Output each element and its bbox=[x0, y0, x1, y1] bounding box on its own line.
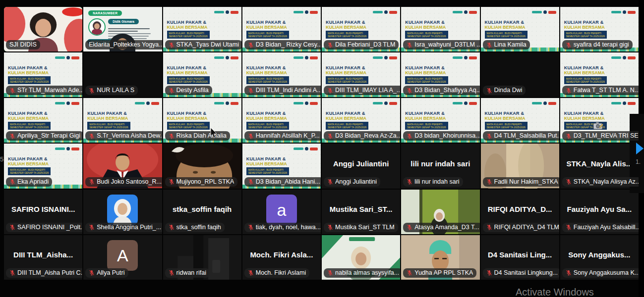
participant-tile[interactable]: NUR LAILA S bbox=[83, 52, 162, 97]
muted-mic-icon bbox=[566, 42, 572, 48]
participant-tile[interactable]: KULIAH PAKAR &KULIAH BERSAMAMATA KULIAH … bbox=[242, 144, 321, 188]
slide-title-line1: KULIAH PAKAR & bbox=[246, 156, 286, 161]
participant-tile[interactable]: KULIAH PAKAR &KULIAH BERSAMAMATA KULIAH … bbox=[4, 98, 82, 143]
participant-tile[interactable]: KULIAH PAKAR &KULIAH BERSAMAMATA KULIAH … bbox=[401, 7, 479, 51]
participant-tile[interactable]: KULIAH PAKAR &KULIAH BERSAMAMATA KULIAH … bbox=[242, 7, 321, 51]
participant-tile[interactable]: Sony Anggakus...Sony Anggakusuma K... bbox=[560, 235, 639, 280]
name-label: STKA_Tyas Dwi Utami bbox=[165, 40, 241, 50]
name-label: Fadli Nur Hakim_STKA bbox=[483, 177, 559, 187]
participant-tile[interactable]: Moch. Fikri Asla...Moch. Fikri Aslami bbox=[242, 235, 321, 280]
participant-tile[interactable]: KULIAH PAKAR &KULIAH BERSAMAMATA KULIAH … bbox=[163, 7, 241, 51]
participant-tile[interactable]: KULIAH PAKAR &KULIAH BERSAMAMATA KULIAH … bbox=[560, 52, 639, 97]
participant-tile[interactable]: KULIAH PAKAR &KULIAH BERSAMAMATA KULIAH … bbox=[242, 98, 321, 143]
slide-title-line1: KULIAH PAKAR & bbox=[167, 20, 207, 25]
name-label: syafira d4 terapi gigi bbox=[562, 40, 633, 50]
slide-title-line2: KULIAH BERSAMA bbox=[8, 161, 49, 166]
slide-semester-line: SEMESTER GENAP TA 2025/2026 bbox=[248, 126, 287, 129]
participant-name: DIII TLM_Aisha Putri C... bbox=[17, 269, 82, 277]
name-label: Anggi Juliantini bbox=[324, 177, 380, 187]
participant-name: D3 bidan_Khoirunnisa... bbox=[414, 132, 479, 140]
slide-title-line1: KULIAH PAKAR & bbox=[326, 65, 365, 70]
participant-tile[interactable]: DIII TLM_Aisha...DIII TLM_Aisha Putri C.… bbox=[4, 235, 82, 280]
slide-semester-line: SEMESTER GENAP TA 2025/2026 bbox=[248, 35, 287, 38]
participant-tile[interactable]: ridwan rifai bbox=[163, 235, 241, 280]
slide-semester-line: SEMESTER GENAP TA 2025/2026 bbox=[487, 126, 526, 129]
slide-logo-circle bbox=[623, 10, 626, 14]
participant-tile[interactable]: Shella Anggina Putri_... bbox=[83, 190, 162, 234]
participant-tile[interactable]: KULIAH PAKAR &KULIAH BERSAMAMATA KULIAH … bbox=[560, 7, 639, 51]
participant-tile[interactable]: KULIAH PAKAR &KULIAH BERSAMAMATA KULIAH … bbox=[322, 52, 400, 97]
slide-logo-teal bbox=[453, 102, 463, 104]
participant-tile[interactable]: SJI DIDIS bbox=[4, 7, 82, 51]
slide-title-line2: KULIAH BERSAMA bbox=[405, 70, 446, 75]
muted-mic-icon bbox=[9, 88, 15, 94]
next-page-arrow[interactable] bbox=[636, 143, 644, 154]
participant-tile[interactable]: SAFIRO ISNAINI...SAFIRO ISNAINI _Polt... bbox=[4, 190, 82, 234]
participant-tile[interactable]: KULIAH PAKAR &KULIAH BERSAMAMATA KULIAH … bbox=[401, 98, 479, 143]
participant-tile[interactable]: STKA_Nayla Alis...STKA_Nayla Alisya Az..… bbox=[560, 144, 639, 188]
muted-mic-icon bbox=[169, 42, 175, 48]
participant-tile[interactable]: KULIAH PAKAR &KULIAH BERSAMAMATA KULIAH … bbox=[560, 98, 639, 143]
participant-tile[interactable]: KULIAH PAKAR &KULIAH BERSAMAMATA KULIAH … bbox=[4, 144, 82, 188]
slide-title-line1: KULIAH PAKAR & bbox=[87, 111, 127, 116]
slide-info-box: MATA KULIAH : BUDI PEKERTISEMESTER GENAP… bbox=[246, 31, 289, 39]
slide-logo-red bbox=[389, 56, 397, 59]
participant-tile[interactable]: lili nur indah sarilili nur indah sari bbox=[401, 144, 479, 188]
participant-tile[interactable]: stka_soffin faqihstka_soffin faqih bbox=[163, 190, 241, 234]
participant-tile[interactable]: KULIAH PAKAR &KULIAH BERSAMAMATA KULIAH … bbox=[401, 52, 479, 97]
slide-semester-line: SEMESTER GENAP TA 2025/2026 bbox=[487, 35, 526, 38]
slide-logo-teal bbox=[532, 11, 542, 13]
slide-logos bbox=[373, 56, 397, 59]
participant-tile[interactable]: Atasya Amanda_D3 T... bbox=[401, 190, 479, 234]
slide-title-line2: KULIAH BERSAMA bbox=[87, 116, 128, 121]
slide-semester-line: SEMESTER GENAP TA 2025/2026 bbox=[10, 80, 49, 83]
letter-avatar: a bbox=[266, 195, 297, 225]
participant-tile[interactable]: Mujiyono_RPL STKA bbox=[163, 144, 241, 188]
participant-tile[interactable]: KULIAH PAKAR &KULIAH BERSAMAMATA KULIAH … bbox=[242, 52, 321, 97]
slide-logo-circle bbox=[146, 101, 150, 105]
slide-logos bbox=[293, 147, 318, 150]
participant-tile[interactable]: D4 Sanitasi Ling...D4 Sanitasi Lingkung.… bbox=[481, 235, 559, 280]
participant-tile[interactable]: Yudha AP RPL STKA bbox=[401, 235, 479, 280]
slide-title-line2: KULIAH BERSAMA bbox=[167, 70, 208, 75]
participant-tile[interactable]: KULIAH PAKAR &KULIAH BERSAMAMATA KULIAH … bbox=[322, 7, 400, 51]
participant-tile[interactable]: KULIAH PAKAR &KULIAH BERSAMAMATA KULIAH … bbox=[163, 52, 241, 97]
slide-logo-red bbox=[628, 56, 636, 59]
participant-grid: SJI DIDISNARASUMBERDidik GismaraMODERATO… bbox=[4, 7, 639, 280]
participant-tile[interactable]: KULIAH PAKAR &KULIAH BERSAMAMATA KULIAH … bbox=[163, 98, 241, 143]
participant-tile[interactable]: KULIAH PAKAR &KULIAH BERSAMAMATA KULIAH … bbox=[481, 7, 559, 51]
slide-title-line2: KULIAH BERSAMA bbox=[326, 70, 366, 75]
slide-title-line2: KULIAH BERSAMA bbox=[246, 70, 287, 75]
name-label: Dila Febriani_D3 TLM bbox=[324, 40, 399, 50]
participant-tile[interactable]: NARASUMBERDidik GismaraMODERATOREldarita… bbox=[83, 7, 162, 51]
slide-title-line2: KULIAH BERSAMA bbox=[564, 116, 605, 121]
slide-semester-line: SEMESTER GENAP TA 2025/2026 bbox=[328, 126, 366, 129]
slide-semester-line: SEMESTER GENAP TA 2025/2026 bbox=[169, 80, 208, 83]
participant-tile[interactable]: Anggi JuliantiniAnggi Juliantini bbox=[322, 144, 400, 188]
participant-name: STKA_Nayla Alisya Az... bbox=[574, 178, 639, 186]
participant-tile[interactable]: Fauziyah Ayu Sa...Fauziyah Ayu Salsabill… bbox=[560, 190, 639, 234]
participant-tile[interactable]: Fadli Nur Hakim_STKA bbox=[481, 144, 559, 188]
name-label: Lina Kamila bbox=[483, 40, 530, 50]
participant-tile[interactable]: Budi Joko Santoso_R... bbox=[83, 144, 162, 188]
participant-tile[interactable]: nabila almas asysyifa... bbox=[322, 235, 400, 280]
participant-tile[interactable]: KULIAH PAKAR &KULIAH BERSAMAMATA KULIAH … bbox=[83, 98, 162, 143]
slide-semester-line: SEMESTER GENAP TA 2025/2026 bbox=[566, 80, 605, 83]
participant-tile[interactable]: KULIAH PAKAR &KULIAH BERSAMAMATA KULIAH … bbox=[322, 98, 400, 143]
slide-title-line1: KULIAH PAKAR & bbox=[405, 111, 445, 116]
participant-tile[interactable]: Mustika Sari_ST...Mustika Sari_ST TLM bbox=[322, 190, 400, 234]
participant-name: Eldarita_Poltekkes Yogya... bbox=[89, 41, 162, 49]
participant-tile[interactable]: Dinda Dwi bbox=[481, 52, 559, 97]
participant-name: Shella Anggina Putri_... bbox=[97, 224, 161, 231]
participant-tile[interactable]: KULIAH PAKAR &KULIAH BERSAMAMATA KULIAH … bbox=[481, 98, 559, 143]
participant-name: syafira d4 terapi gigi bbox=[574, 41, 629, 49]
slide-title-line1: KULIAH PAKAR & bbox=[564, 111, 604, 116]
screenshot-tool-icon[interactable] bbox=[593, 121, 604, 130]
slide-logo-teal bbox=[293, 102, 303, 104]
muted-mic-icon bbox=[9, 179, 15, 185]
participant-tile[interactable]: atiak, dyah, noel, hawa... bbox=[242, 190, 321, 234]
participant-tile[interactable]: KULIAH PAKAR &KULIAH BERSAMAMATA KULIAH … bbox=[4, 52, 82, 97]
participant-tile[interactable]: AAllya Putri bbox=[83, 235, 162, 280]
participant-tile[interactable]: RIFQI ADITYA_D...RIFQI ADITYA_D4 TLM bbox=[481, 190, 559, 234]
participant-name: D3 Bidan_Shafiyya Aq... bbox=[414, 87, 479, 94]
